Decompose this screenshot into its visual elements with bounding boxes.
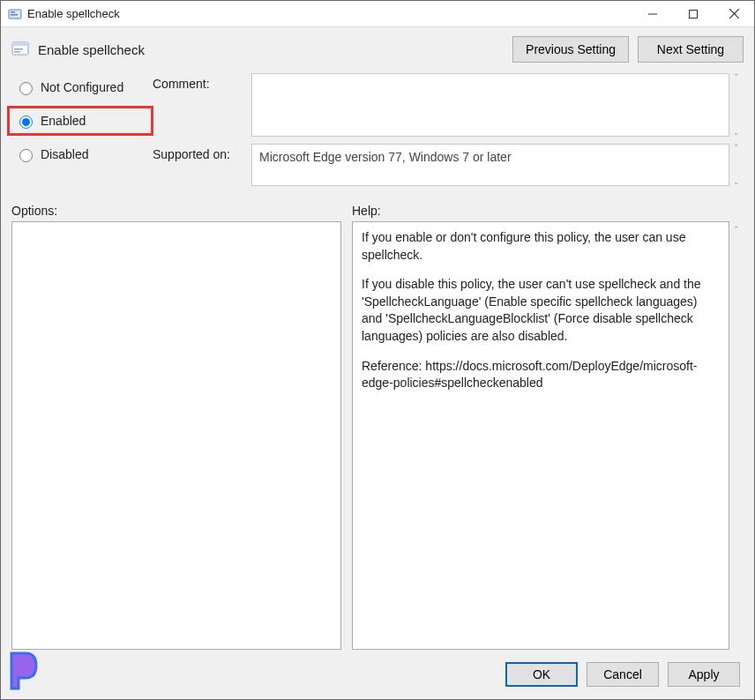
help-label: Help: [352, 204, 744, 218]
next-setting-button[interactable]: Next Setting [638, 36, 744, 63]
lower-panels: If you enable or don't configure this po… [1, 221, 754, 650]
radio-not-configured-label: Not Configured [41, 80, 123, 94]
svg-rect-10 [14, 51, 20, 53]
comment-scroll[interactable]: ⌃⌄ [729, 73, 744, 137]
svg-rect-4 [690, 10, 698, 18]
radio-not-configured[interactable]: Not Configured [11, 77, 149, 98]
svg-rect-8 [12, 42, 28, 46]
radio-enabled[interactable]: Enabled [11, 110, 149, 131]
help-paragraph-1: If you enable or don't configure this po… [362, 229, 720, 264]
help-scroll[interactable]: ⌃ [729, 221, 744, 650]
radio-enabled-label: Enabled [41, 114, 86, 128]
dialog-button-row: OK Cancel Apply [1, 650, 754, 699]
help-panel[interactable]: If you enable or don't configure this po… [352, 221, 729, 650]
radio-not-configured-input[interactable] [19, 82, 33, 95]
header-row: Enable spellcheck Previous Setting Next … [1, 27, 754, 68]
help-paragraph-2: If you disable this policy, the user can… [362, 276, 720, 345]
app-icon [8, 7, 22, 21]
svg-rect-2 [11, 14, 18, 16]
config-area: Not Configured Enabled Disabled Comment:… [1, 68, 754, 190]
supported-on-value: Microsoft Edge version 77, Windows 7 or … [251, 144, 729, 186]
window-title: Enable spellcheck [27, 7, 120, 20]
maximize-button[interactable] [673, 1, 714, 27]
previous-setting-button[interactable]: Previous Setting [512, 36, 629, 63]
radio-disabled-input[interactable] [19, 149, 33, 162]
comment-label: Comment: [153, 73, 248, 137]
svg-rect-1 [11, 11, 15, 13]
policy-title: Enable spellcheck [38, 42, 145, 57]
supported-on-label: Supported on: [153, 144, 248, 186]
lower-labels: Options: Help: [1, 190, 754, 221]
radio-disabled[interactable]: Disabled [11, 144, 149, 165]
supported-on-wrap: Microsoft Edge version 77, Windows 7 or … [251, 144, 744, 186]
ok-button[interactable]: OK [505, 662, 578, 687]
help-paragraph-3: Reference: https://docs.microsoft.com/De… [362, 358, 720, 392]
policy-icon [11, 41, 29, 58]
options-panel [11, 221, 341, 650]
close-button[interactable] [714, 1, 754, 27]
comment-field-wrap: ⌃⌄ [251, 73, 744, 137]
gpo-policy-dialog: Enable spellcheck Enable spellcheck Prev… [0, 0, 755, 700]
radio-disabled-label: Disabled [41, 147, 88, 161]
titlebar: Enable spellcheck [1, 1, 754, 27]
help-panel-wrap: If you enable or don't configure this po… [352, 221, 744, 650]
comment-textarea[interactable] [251, 73, 729, 137]
cancel-button[interactable]: Cancel [587, 662, 659, 687]
svg-rect-9 [14, 48, 23, 50]
minimize-button[interactable] [632, 1, 673, 27]
supported-scroll[interactable]: ⌃⌄ [729, 144, 744, 186]
apply-button[interactable]: Apply [668, 662, 740, 687]
state-radio-group: Not Configured Enabled Disabled [11, 73, 149, 186]
radio-enabled-input[interactable] [19, 115, 33, 129]
options-label: Options: [11, 204, 341, 218]
